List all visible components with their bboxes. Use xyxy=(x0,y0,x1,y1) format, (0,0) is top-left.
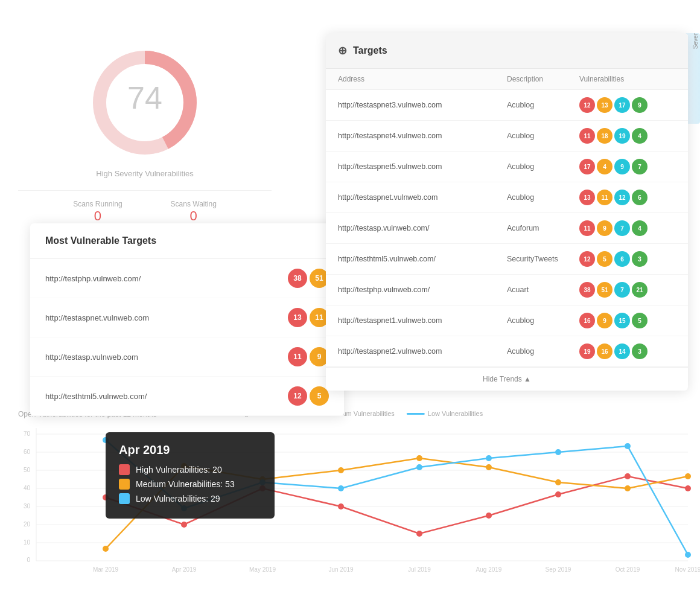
svg-point-25 xyxy=(555,491,561,497)
svg-text:Nov 2019: Nov 2019 xyxy=(675,566,700,573)
svg-point-41 xyxy=(416,464,422,470)
tooltip-high-swatch xyxy=(119,464,130,475)
scans-running-label: Scans Running xyxy=(73,200,122,208)
mvt-row[interactable]: http://testasp.vulnweb.com 11 9 xyxy=(30,337,344,377)
legend-low-label: Low Vulnerabilities xyxy=(428,410,483,417)
targets-title: Targets xyxy=(353,45,387,56)
donut-label: High Severity Vulnerabilities xyxy=(96,169,193,178)
target-desc: Acublog xyxy=(507,162,579,171)
scans-waiting-value: 0 xyxy=(171,208,217,224)
target-desc: Acublog xyxy=(507,132,579,140)
chart-tooltip: Apr 2019 High Vulnerabilities: 20 Medium… xyxy=(106,432,275,519)
vuln-badge: 13 xyxy=(579,190,595,205)
target-row[interactable]: http://testaspnet4.vulnweb.com Acublog 1… xyxy=(326,121,688,152)
vuln-badge: 3 xyxy=(632,343,648,359)
tooltip-medium: Medium Vulnerabilities: 53 xyxy=(119,479,261,490)
svg-text:May 2019: May 2019 xyxy=(249,566,276,573)
vuln-badge: 9 xyxy=(597,220,612,236)
target-url: http://testaspnet.vulnweb.com xyxy=(338,193,507,202)
svg-point-20 xyxy=(181,522,187,528)
target-row[interactable]: http://testaspnet3.vulnweb.com Acublog 1… xyxy=(326,90,688,121)
target-desc: SecurityTweets xyxy=(507,255,579,263)
targets-table: Address Description Vulnerabilities http… xyxy=(326,69,688,367)
mvt-badges: 38 51 xyxy=(288,269,329,288)
target-row[interactable]: http://testaspnet1.vulnweb.com Acublog 1… xyxy=(326,305,688,336)
target-row[interactable]: http://testaspnet.vulnweb.com Acublog 13… xyxy=(326,182,688,213)
targets-panel: ⊕ Targets Address Description Vulnerabil… xyxy=(326,33,688,391)
vuln-badge: 5 xyxy=(597,251,612,267)
target-url: http://testaspnet3.vulnweb.com xyxy=(338,101,507,109)
target-desc: Acublog xyxy=(507,101,579,109)
svg-point-22 xyxy=(338,503,344,510)
vuln-badge: 4 xyxy=(597,159,612,174)
vuln-badge: 19 xyxy=(579,343,595,359)
col-vulnerabilities: Vulnerabilities xyxy=(579,75,676,83)
svg-point-23 xyxy=(416,531,422,537)
svg-point-31 xyxy=(338,467,344,473)
target-url: http://testaspnet1.vulnweb.com xyxy=(338,316,507,325)
vuln-badge: 7 xyxy=(632,159,648,174)
vuln-badge: 7 xyxy=(614,282,630,298)
vuln-badge: 5 xyxy=(632,313,648,328)
scans-waiting: Scans Waiting 0 xyxy=(171,200,217,224)
targets-icon: ⊕ xyxy=(338,44,347,57)
right-edge-text: Sever xyxy=(692,33,699,49)
svg-text:Jun 2019: Jun 2019 xyxy=(328,566,354,573)
vuln-badge: 19 xyxy=(614,128,630,144)
mvt-row[interactable]: http://testphp.vulnweb.com/ 38 51 xyxy=(30,259,344,298)
donut-chart: 74 xyxy=(84,42,205,163)
svg-point-24 xyxy=(486,513,492,519)
svg-point-28 xyxy=(103,546,109,552)
donut-card: 74 High Severity Vulnerabilities Scans R… xyxy=(18,24,272,233)
svg-text:70: 70 xyxy=(24,430,31,437)
svg-text:40: 40 xyxy=(24,485,31,491)
target-row[interactable]: http://testaspnet5.vulnweb.com Acublog 1… xyxy=(326,152,688,182)
svg-point-26 xyxy=(625,473,631,479)
target-row[interactable]: http://testasp.vulnweb.com/ Acuforum 119… xyxy=(326,213,688,244)
vuln-badge: 13 xyxy=(597,97,612,113)
svg-text:Sep 2019: Sep 2019 xyxy=(546,566,571,573)
vuln-badge: 21 xyxy=(632,282,648,298)
vuln-badge: 14 xyxy=(614,343,630,359)
target-url: http://testaspnet2.vulnweb.com xyxy=(338,347,507,356)
mvt-title: Most Vulnerable Targets xyxy=(30,223,344,259)
legend-low-line xyxy=(407,413,425,415)
svg-text:60: 60 xyxy=(24,449,31,455)
vuln-badge: 11 xyxy=(579,128,595,144)
targets-table-header: Address Description Vulnerabilities xyxy=(326,69,688,90)
chart-area: Open Vulnerabilities for the past 12 mon… xyxy=(0,404,700,591)
tooltip-medium-swatch xyxy=(119,479,130,490)
mvt-rows: http://testphp.vulnweb.com/ 38 51 http:/… xyxy=(30,259,344,416)
svg-point-36 xyxy=(685,473,691,479)
mvt-badge-1: 13 xyxy=(288,308,307,327)
target-row[interactable]: http://testphp.vulnweb.com/ Acuart 38517… xyxy=(326,275,688,305)
svg-point-44 xyxy=(625,443,631,449)
mvt-row[interactable]: http://testaspnet.vulnweb.com 13 11 xyxy=(30,298,344,337)
target-url: http://testhtml5.vulnweb.com/ xyxy=(338,255,507,263)
vuln-badge: 51 xyxy=(597,282,612,298)
target-desc: Acublog xyxy=(507,347,579,356)
hide-trends-button[interactable]: Hide Trends ▲ xyxy=(326,367,688,391)
target-vulns: 11974 xyxy=(579,220,676,236)
vuln-badge: 38 xyxy=(579,282,595,298)
mvt-badge-1: 12 xyxy=(288,386,307,406)
mvt-badges: 12 5 xyxy=(288,386,329,406)
vuln-badge: 6 xyxy=(632,190,648,205)
target-row[interactable]: http://testhtml5.vulnweb.com/ SecurityTw… xyxy=(326,244,688,275)
mvt-url: http://testaspnet.vulnweb.com xyxy=(45,313,149,322)
targets-header: ⊕ Targets xyxy=(326,33,688,69)
mvt-url: http://testhtml5.vulnweb.com/ xyxy=(45,392,147,401)
target-row[interactable]: http://testaspnet2.vulnweb.com Acublog 1… xyxy=(326,336,688,367)
vuln-badge: 3 xyxy=(632,251,648,267)
mvt-badge-1: 11 xyxy=(288,347,307,366)
target-vulns: 169155 xyxy=(579,313,676,328)
target-vulns: 3851721 xyxy=(579,282,676,298)
target-url: http://testasp.vulnweb.com/ xyxy=(338,224,507,232)
scans-running: Scans Running 0 xyxy=(73,200,122,224)
mvt-row[interactable]: http://testhtml5.vulnweb.com/ 12 5 xyxy=(30,377,344,416)
svg-point-35 xyxy=(625,485,631,491)
svg-text:Apr 2019: Apr 2019 xyxy=(172,566,197,573)
svg-point-42 xyxy=(486,455,492,461)
vuln-badge: 17 xyxy=(579,159,595,174)
svg-text:10: 10 xyxy=(24,539,31,546)
